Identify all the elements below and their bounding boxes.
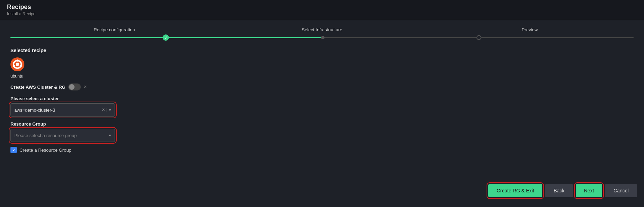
cluster-select-icons: ✕ ▾ bbox=[102, 108, 111, 112]
checkbox-row: ✓ Create a Resource Group bbox=[10, 147, 185, 153]
page-title: Recipes bbox=[7, 3, 637, 11]
form-area: Selected recipe ubuntu Create AWS Cluste… bbox=[10, 48, 185, 153]
resource-group-select-icons: ▾ bbox=[107, 133, 111, 138]
resource-group-chevron-icon[interactable]: ▾ bbox=[107, 133, 111, 138]
stepper-labels: Recipe configuration Select Infrastructu… bbox=[10, 27, 634, 32]
selected-recipe-label: Selected recipe bbox=[10, 48, 185, 53]
cancel-button[interactable]: Cancel bbox=[605, 184, 637, 197]
resource-group-label: Resource Group bbox=[10, 121, 185, 127]
stepper: Recipe configuration Select Infrastructu… bbox=[10, 27, 634, 41]
track-line-1 bbox=[10, 37, 163, 38]
checkbox-label: Create a Resource Group bbox=[20, 148, 71, 153]
resource-group-select-wrapper: Please select a resource group ▾ bbox=[10, 129, 185, 142]
top-bar: Recipes Install a Recipe bbox=[0, 0, 644, 20]
cluster-clear-icon[interactable]: ✕ bbox=[102, 108, 105, 112]
svg-point-5 bbox=[20, 65, 22, 67]
step-dot-2 bbox=[321, 36, 325, 39]
cluster-field-label: Please select a cluster bbox=[10, 96, 185, 101]
track-line-3 bbox=[325, 37, 477, 38]
back-button[interactable]: Back bbox=[545, 184, 573, 197]
ubuntu-icon bbox=[10, 57, 185, 72]
cluster-chevron-icon[interactable]: ▾ bbox=[107, 108, 111, 112]
bottom-bar: Create RG & Exit Back Next Cancel bbox=[488, 184, 637, 197]
toggle-thumb bbox=[69, 84, 75, 90]
stepper-label-preview: Preview bbox=[426, 27, 634, 32]
track-line-4 bbox=[481, 37, 634, 38]
next-button[interactable]: Next bbox=[576, 184, 603, 197]
svg-point-3 bbox=[16, 63, 19, 66]
cluster-select[interactable]: aws=demo-cluster-3 ✕ ▾ bbox=[10, 103, 115, 117]
cluster-select-wrapper: aws=demo-cluster-3 ✕ ▾ bbox=[10, 103, 185, 117]
track-line-2 bbox=[169, 37, 321, 38]
checkbox-check-icon: ✓ bbox=[12, 148, 15, 152]
toggle-label: Create AWS Cluster & RG bbox=[10, 85, 65, 90]
main-content: Recipe configuration Select Infrastructu… bbox=[0, 20, 644, 203]
create-rg-checkbox[interactable]: ✓ bbox=[10, 147, 17, 153]
step-dot-1: ✓ bbox=[163, 34, 169, 41]
ubuntu-label: ubuntu bbox=[10, 74, 185, 79]
toggle-x-icon[interactable]: ✕ bbox=[84, 85, 87, 89]
stepper-label-recipe: Recipe configuration bbox=[10, 27, 218, 32]
svg-point-4 bbox=[16, 59, 18, 62]
toggle-switch[interactable] bbox=[68, 83, 81, 90]
resource-group-placeholder: Please select a resource group bbox=[14, 133, 77, 138]
stepper-label-infra: Select Infrastructure bbox=[218, 27, 426, 32]
toggle-row: Create AWS Cluster & RG ✕ bbox=[10, 83, 185, 90]
resource-group-select[interactable]: Please select a resource group ▾ bbox=[10, 129, 115, 142]
step-dot-3 bbox=[476, 35, 481, 40]
cluster-value: aws=demo-cluster-3 bbox=[14, 108, 55, 113]
breadcrumb: Install a Recipe bbox=[7, 11, 637, 16]
svg-point-6 bbox=[13, 65, 15, 67]
stepper-track: ✓ bbox=[10, 34, 634, 41]
create-rg-exit-button[interactable]: Create RG & Exit bbox=[488, 184, 542, 197]
